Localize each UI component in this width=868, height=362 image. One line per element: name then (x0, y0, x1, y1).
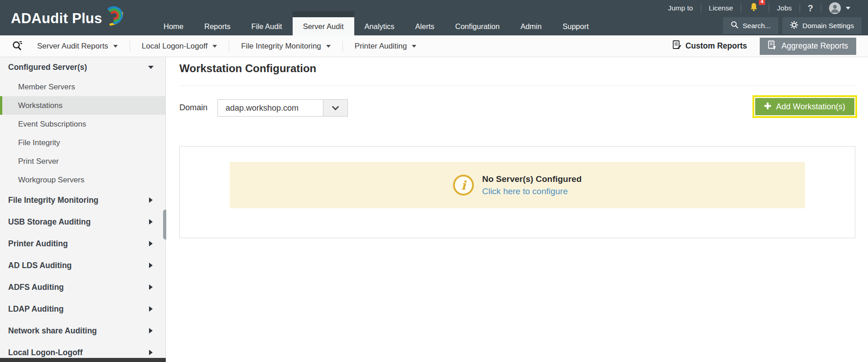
notification-badge: 4 (759, 0, 765, 5)
nav-tab-analytics[interactable]: Analytics (354, 17, 405, 35)
chevron-down-icon (332, 103, 339, 110)
menu-local-logon-logoff[interactable]: Local Logon-Logoff (130, 42, 229, 51)
sidebar-section-label: AD LDS Auditing (8, 261, 72, 270)
nav-tab-reports[interactable]: Reports (194, 17, 241, 35)
nav-tab-support[interactable]: Support (552, 17, 599, 35)
sidebar-item-workstations[interactable]: Workstations (0, 96, 165, 115)
adaudit-plus-app: ADAudit Plus Jump to License (0, 0, 868, 362)
notifications-button[interactable]: 4 (741, 2, 769, 14)
nav-tab-server-audit[interactable]: Server Audit (293, 17, 354, 35)
domain-settings-button[interactable]: Domain Settings (782, 17, 862, 34)
menu-label: Server Audit Reports (37, 42, 108, 51)
sidebar-section-label: Printer Auditing (8, 239, 68, 249)
sidebar-section-adfs-auditing[interactable]: ADFS Auditing (0, 276, 165, 298)
account-menu[interactable] (821, 2, 858, 14)
logo-swirl-icon (104, 5, 124, 30)
license-label: License (709, 4, 733, 12)
info-icon: i (453, 175, 474, 196)
sidebar-group-label: Configured Server(s) (8, 63, 87, 72)
menu-label: Local Logon-Logoff (142, 42, 207, 51)
menu-printer-auditing[interactable]: Printer Auditing (343, 42, 428, 51)
top-header: ADAudit Plus Jump to License (0, 0, 868, 35)
menu-server-audit-reports[interactable]: Server Audit Reports (25, 42, 130, 51)
domain-select-dropdown-button[interactable] (323, 100, 347, 116)
custom-reports-label: Custom Reports (685, 41, 747, 51)
chevron-down-icon (113, 45, 118, 48)
nav-tab-home[interactable]: Home (153, 17, 194, 35)
nav-tab-configuration[interactable]: Configuration (445, 17, 510, 35)
sidebar-section-network-share-auditing[interactable]: Network share Auditing (0, 320, 165, 342)
caret-right-icon (149, 350, 153, 355)
jobs-menu[interactable]: Jobs (769, 4, 800, 12)
global-search-button[interactable]: Search... (723, 17, 778, 34)
sidebar: Configured Server(s) Member Servers Work… (0, 57, 166, 362)
sidebar-section-printer-auditing[interactable]: Printer Auditing (0, 233, 165, 254)
sidebar-group-configured-servers[interactable]: Configured Server(s) (0, 57, 165, 78)
jump-to-label: Jump to (668, 4, 693, 12)
sidebar-section-ad-lds-auditing[interactable]: AD LDS Auditing (0, 254, 165, 276)
domain-select[interactable]: adap.workshop.com (217, 99, 348, 117)
advanced-search-icon (12, 40, 23, 53)
nav-tab-file-audit[interactable]: File Audit (241, 17, 293, 35)
plus-icon (764, 102, 771, 112)
domain-field-label: Domain (179, 103, 207, 113)
search-icon (731, 21, 738, 30)
sidebar-section-usb-storage-auditing[interactable]: USB Storage Auditing (0, 211, 165, 233)
header-right-tools: Search... Domain Settings (723, 17, 862, 34)
sidebar-section-label: ADFS Auditing (8, 283, 64, 292)
divider (179, 85, 855, 86)
menu-file-integrity-monitoring[interactable]: File Integrity Monitoring (229, 42, 342, 51)
sidebar-section-label: LDAP Auditing (8, 304, 63, 314)
caret-right-icon (149, 263, 153, 268)
empty-state-text: No Server(s) Configured Click here to co… (482, 174, 582, 196)
nav-tab-admin[interactable]: Admin (510, 17, 552, 35)
caret-down-icon (148, 66, 154, 69)
caret-right-icon (149, 241, 153, 246)
sidebar-section-ldap-auditing[interactable]: LDAP Auditing (0, 298, 165, 320)
chevron-down-icon (326, 45, 331, 48)
domain-select-value: adap.workshop.com (218, 100, 323, 116)
help-button[interactable]: ? (800, 3, 821, 14)
jobs-label: Jobs (777, 4, 792, 12)
chevron-down-icon (412, 45, 416, 48)
caret-right-icon (149, 306, 153, 312)
aggregate-reports-label: Aggregate Reports (781, 41, 848, 51)
advanced-search-button[interactable] (12, 40, 23, 53)
custom-report-icon (672, 40, 681, 52)
chevron-down-icon (212, 45, 217, 48)
main-content: Workstation Configuration Domain adap.wo… (166, 57, 868, 362)
domain-settings-label: Domain Settings (802, 22, 854, 30)
sidebar-footer-bar (0, 358, 166, 362)
aggregate-report-icon (768, 40, 776, 52)
custom-reports-button[interactable]: Custom Reports (672, 40, 747, 52)
jump-to-menu[interactable]: Jump to (660, 4, 700, 12)
configure-link[interactable]: Click here to configure (482, 186, 582, 196)
sidebar-item-member-servers[interactable]: Member Servers (0, 78, 165, 96)
aggregate-reports-button[interactable]: Aggregate Reports (760, 38, 856, 55)
bell-icon (749, 2, 759, 14)
sidebar-section-label: USB Storage Auditing (8, 217, 91, 227)
sidebar-section-label: Network share Auditing (8, 326, 97, 336)
caret-right-icon (149, 284, 153, 290)
account-caret-icon (846, 7, 850, 10)
empty-state-banner: i No Server(s) Configured Click here to … (230, 162, 805, 208)
search-label: Search... (743, 22, 771, 30)
sidebar-item-print-server[interactable]: Print Server (0, 152, 165, 171)
sidebar-section-label: Local Logon-Logoff (8, 348, 82, 357)
caret-right-icon (149, 197, 153, 203)
utility-bar: Jump to License 4 Jobs (660, 0, 858, 16)
sidebar-section-label: File Integrity Monitoring (8, 196, 98, 205)
sidebar-item-file-integrity[interactable]: File Integrity (0, 133, 165, 152)
sidebar-section-file-integrity-monitoring[interactable]: File Integrity Monitoring (0, 189, 165, 211)
gear-icon (790, 21, 798, 31)
sidebar-item-workgroup-servers[interactable]: Workgroup Servers (0, 171, 165, 189)
caret-right-icon (149, 219, 153, 225)
main-nav: Home Reports File Audit Server Audit Ana… (153, 17, 599, 35)
license-menu[interactable]: License (701, 4, 741, 12)
nav-tab-alerts[interactable]: Alerts (405, 17, 445, 35)
user-avatar-icon (829, 2, 841, 14)
servers-panel: i No Server(s) Configured Click here to … (179, 146, 855, 238)
page-title: Workstation Configuration (179, 62, 316, 75)
sidebar-item-event-subscriptions[interactable]: Event Subscriptions (0, 115, 165, 133)
add-workstations-button[interactable]: Add Workstation(s) (755, 98, 854, 115)
